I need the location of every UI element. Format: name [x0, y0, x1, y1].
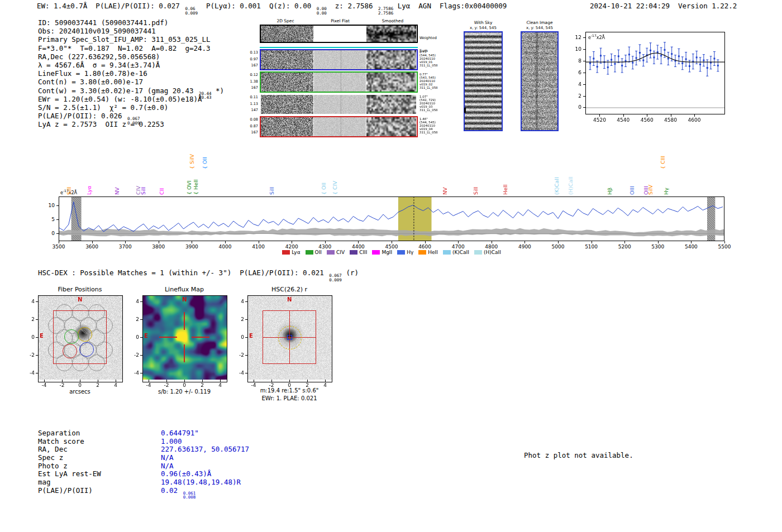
info-line: RA,Dec (227.636292,50.056568): [38, 52, 224, 61]
spec2d-row-weights: 0.121.38167: [245, 72, 258, 92]
x-tick-label: 5300: [649, 244, 667, 250]
timestamp-version: 2024-10-21 22:04:29 Version 1.22.2: [590, 2, 737, 10]
weight-value: 0.87: [245, 123, 258, 130]
text-segment: λ = 4567.6Å σ = 9.34(±3.74)Å: [38, 61, 160, 69]
spec2d-row-segment: [314, 73, 366, 92]
spec2d-row-meta: 1.46"(544, 545)20240110v019_04311_LL_058: [419, 117, 438, 134]
text-segment: EW: 1.4±0.7Å P(LAE)/P(OII): 0.027: [37, 2, 184, 10]
legend-item: (H)CaII: [474, 250, 501, 255]
cutout-y-tick: [36, 319, 38, 320]
cutout-x-tick-label: 0: [284, 382, 295, 388]
x-tick: [325, 241, 326, 243]
match-row-value: 0.644791": [161, 429, 199, 437]
y-tick-label: 5: [44, 217, 55, 222]
inset-y-tick-label: 10: [572, 46, 581, 52]
x-tick-label: 4900: [515, 244, 534, 250]
cutout-y-tick-label: -2: [26, 352, 35, 358]
x-tick-label: 5200: [615, 244, 634, 250]
weight-value: 0.11: [245, 94, 258, 101]
inset-y-tick-label: 2: [572, 93, 581, 99]
cutout-y-tick: [36, 301, 38, 302]
spec2d-row-segment: [366, 95, 416, 114]
cutout-x-tick-label: -2: [161, 382, 172, 388]
cutout-x-tick: [98, 380, 98, 382]
info-line: LineFlux = 1.80(±0.78)e-16: [38, 69, 224, 78]
text-segment: ID: 5090037441 (5090037441.pdf): [38, 18, 168, 27]
spec2d-row-segment: [261, 95, 313, 114]
inset-y-tick: [583, 107, 585, 108]
spec2d-col-header-smoothed: Smoothed: [366, 18, 419, 23]
x-tick: [492, 241, 492, 243]
legend-label: OII: [315, 250, 322, 255]
x-tick: [691, 241, 692, 243]
emission-line-label: { SiIV: [189, 154, 195, 169]
x-tick-label: 4700: [449, 244, 468, 250]
fiber-xlabel: arcsecs: [38, 389, 122, 395]
lineflux-map-image: [143, 296, 227, 380]
info-line: Cont(w) = 3.30(±0.02)e-17 (gmag 20.43 20…: [38, 87, 224, 95]
emission-line-label: (K)CaII: [554, 177, 560, 195]
y-tick: [56, 205, 59, 206]
match-row-value: N/A: [161, 462, 174, 470]
hsc-cutout-title: HSC(26.2) r: [247, 286, 331, 293]
inset-x-tick-label: 4540: [615, 117, 632, 123]
cutout-x-tick: [80, 380, 80, 382]
x-tick: [92, 241, 93, 243]
x-tick: [524, 241, 525, 243]
y-tick-label: 0: [44, 231, 55, 236]
text-segment: LyA z = 2.7573 OII z = 0.2253: [38, 120, 164, 128]
text-segment: (r): [342, 269, 359, 277]
legend-label: Hγ: [407, 250, 413, 255]
crosshair-segment: [184, 344, 185, 362]
info-line: LyA z = 2.7573 OII z = 0.2253: [38, 120, 224, 128]
x-tick-label: 5000: [549, 244, 568, 250]
legend-label: MgII: [382, 250, 392, 255]
inset-y-tick: [583, 84, 585, 85]
spec2d-row-weights: 0.080.87167: [245, 117, 258, 136]
cutout-x-tick: [149, 380, 149, 382]
legend-swatch: [327, 250, 335, 255]
match-table-row: P(LAE)/P(OII)0.02 0.0610.008: [38, 487, 249, 500]
legend-swatch: [397, 250, 405, 255]
cutout-y-tick: [36, 373, 38, 373]
x-tick: [59, 241, 59, 243]
match-table-row: Separation0.644791": [38, 429, 249, 438]
x-tick: [358, 241, 359, 243]
inset-y-tick: [583, 73, 585, 73]
inset-x-tick-label: 4520: [591, 117, 608, 123]
cutout-x-tick: [44, 380, 45, 382]
crosshair-segment: [192, 337, 209, 338]
text-segment: RA,Dec (227.636292,50.056568): [38, 52, 160, 61]
match-row-label: Photo z: [38, 462, 161, 471]
cutout-x-tick-label: 2: [302, 382, 313, 388]
legend-label: Lyα: [292, 250, 300, 255]
cutout-y-tick-label: -4: [130, 370, 139, 376]
stacked-fraction: 0.0610.008: [183, 491, 196, 500]
cutout-x-tick-label: 2: [92, 382, 103, 388]
match-table-row: Photo zN/A: [38, 462, 249, 471]
info-line: Cont(n) = 3.80(±0.00)e-17: [38, 78, 224, 86]
emission-line-label: NV: [115, 187, 120, 195]
text-segment: Obs: 20240110v019_5090037441: [38, 27, 156, 35]
cutout-y-tick: [140, 319, 142, 320]
emission-line-label: CII: [159, 188, 165, 195]
cutout-y-tick-label: 2: [235, 317, 244, 322]
cutout-y-tick: [140, 337, 142, 338]
cutout-y-tick-label: 4: [130, 299, 139, 304]
catalog-match-table: Separation0.644791"Match score1.000RA, D…: [38, 429, 249, 500]
legend-item: OII: [306, 250, 322, 255]
emission-line-label: { OII: [321, 183, 327, 195]
spec2d-row-segment: [366, 117, 416, 136]
text-segment: *): [212, 87, 225, 95]
spec2d-col-header-pixelflat: Pixel Flat: [313, 18, 367, 23]
info-line: P(LAE)/P(OII): 0.026 0.0670.009: [38, 112, 224, 120]
info-line: Obs: 20240110v019_5090037441: [38, 27, 224, 35]
legend-label: CIV: [336, 250, 345, 255]
inset-x-tick: [599, 114, 600, 117]
with-sky-panel: [464, 31, 503, 131]
match-row-value: 0.02: [161, 486, 182, 495]
x-tick: [724, 241, 725, 243]
match-row-label: Est LyA rest-EW: [38, 470, 161, 478]
legend-item: HeII: [418, 250, 438, 255]
legend-label: HeII: [428, 250, 438, 255]
